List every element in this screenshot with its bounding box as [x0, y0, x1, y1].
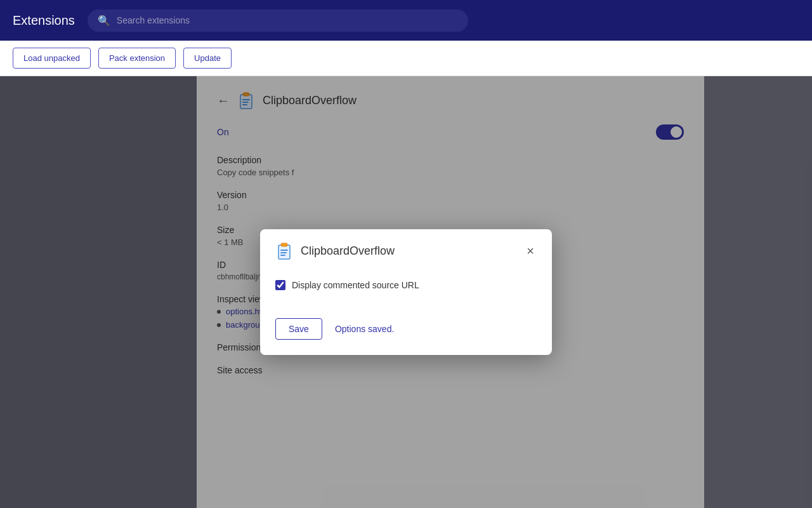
load-unpacked-button[interactable]: Load unpacked	[13, 48, 91, 69]
search-bar: 🔍	[88, 10, 468, 32]
toolbar: Load unpacked Pack extension Update	[0, 41, 812, 76]
options-dialog: ClipboardOverflow × Display commented so…	[260, 229, 552, 355]
update-button[interactable]: Update	[183, 48, 232, 69]
dialog-close-button[interactable]: ×	[524, 242, 537, 260]
header: Extensions 🔍	[0, 0, 812, 41]
dialog-footer: Save Options saved.	[260, 318, 552, 355]
search-input[interactable]	[117, 15, 458, 25]
svg-rect-6	[281, 243, 287, 246]
dialog-body: Display commented source URL	[260, 270, 552, 318]
svg-rect-7	[280, 250, 288, 251]
svg-rect-8	[280, 252, 287, 253]
checkbox-label: Display commented source URL	[292, 280, 419, 290]
checkbox-row: Display commented source URL	[275, 280, 537, 290]
save-button[interactable]: Save	[275, 318, 322, 340]
app-title: Extensions	[13, 13, 75, 28]
dialog-extension-icon	[275, 242, 293, 260]
saved-message: Options saved.	[335, 324, 394, 334]
display-url-checkbox[interactable]	[275, 280, 285, 290]
dialog-title: ClipboardOverflow	[301, 244, 516, 258]
svg-rect-9	[280, 255, 285, 256]
pack-extension-button[interactable]: Pack extension	[98, 48, 176, 69]
dialog-header: ClipboardOverflow ×	[260, 229, 552, 270]
search-icon: 🔍	[98, 15, 110, 27]
main-content: ← ClipboardOverflow On Description Copy …	[0, 76, 812, 508]
